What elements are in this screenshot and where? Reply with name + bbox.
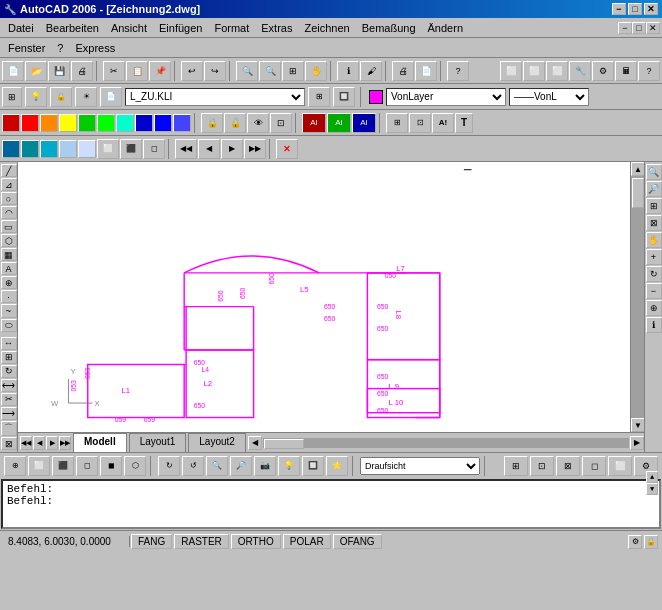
tab-nav-last[interactable]: ▶▶ (59, 436, 71, 450)
scroll-thumb-h[interactable] (264, 439, 304, 449)
tb-save[interactable]: 💾 (48, 61, 70, 81)
draw-spline[interactable]: ~ (1, 304, 17, 317)
layer-btn[interactable]: ⊞ (2, 87, 22, 107)
tb-calc[interactable]: 🖩 (615, 61, 637, 81)
status-ortho[interactable]: ORTHO (231, 534, 281, 549)
rt-zoom-all[interactable]: ⊠ (646, 215, 662, 231)
cb2-nav4[interactable]: ▶▶ (244, 139, 266, 159)
cb-scale2[interactable]: ⊡ (409, 113, 431, 133)
cb-scale[interactable]: ⊞ (386, 113, 408, 133)
tab-nav-first[interactable]: ◀◀ (20, 436, 32, 450)
tab-modell[interactable]: Modell (73, 433, 127, 452)
draw-circle[interactable]: ○ (1, 192, 17, 205)
layer-icon2[interactable]: 🔒 (50, 87, 72, 107)
rt-properties[interactable]: ℹ (646, 317, 662, 333)
draw-array[interactable]: ⊠ (1, 437, 17, 450)
cb-red1[interactable] (2, 114, 20, 132)
menu-datei[interactable]: Datei (2, 20, 40, 36)
bt-viewport-select[interactable]: Draufsicht (360, 457, 480, 475)
cb-match[interactable]: ⊡ (270, 113, 292, 133)
bt-orb2[interactable]: ↺ (182, 456, 204, 476)
status-lock[interactable]: 🔒 (644, 535, 658, 549)
drawing-canvas[interactable]: Y X W L1 053 053 059 059 (18, 162, 630, 432)
draw-pline[interactable]: ⊿ (1, 178, 17, 191)
rt-zoom-in[interactable]: 🔍 (646, 164, 662, 180)
menu-aendern[interactable]: Ändern (422, 20, 469, 36)
color-select[interactable]: VonLayer (386, 88, 506, 106)
bt-right2[interactable]: ⊡ (530, 456, 554, 476)
cb2-rect3[interactable]: ◻ (143, 139, 165, 159)
status-raster[interactable]: RASTER (174, 534, 229, 549)
rt-zoom-out[interactable]: 🔎 (646, 181, 662, 197)
layer-icon4[interactable]: 📄 (100, 87, 122, 107)
lineweight-select[interactable]: ——VonL (509, 88, 589, 106)
bt-right1[interactable]: ⊞ (504, 456, 528, 476)
tb-zoom-ext[interactable]: ⊞ (282, 61, 304, 81)
tb-copy[interactable]: 📋 (126, 61, 148, 81)
cb2-5[interactable] (78, 140, 96, 158)
tb-plot-prev[interactable]: 📄 (415, 61, 437, 81)
bt-3d5[interactable]: ⬡ (124, 456, 146, 476)
bt-pan1[interactable]: ⊕ (4, 456, 26, 476)
cb-text2[interactable]: T (455, 113, 473, 133)
draw-copy[interactable]: ⊞ (1, 351, 17, 364)
cb2-rect2[interactable]: ⬛ (120, 139, 142, 159)
tb-plot[interactable]: 🖨 (392, 61, 414, 81)
scroll-track-v[interactable] (631, 176, 644, 418)
tab-nav-next[interactable]: ▶ (46, 436, 58, 450)
tb-print[interactable]: 🖨 (71, 61, 93, 81)
draw-scale-tool[interactable]: ⟷ (1, 379, 17, 392)
color-swatch[interactable] (369, 90, 383, 104)
layer-icon3[interactable]: ☀ (75, 87, 97, 107)
draw-trim[interactable]: ✂ (1, 393, 17, 406)
tb-cut[interactable]: ✂ (103, 61, 125, 81)
tb-match[interactable]: 🖌 (360, 61, 382, 81)
scroll-right-button[interactable]: ▶ (630, 436, 644, 450)
scroll-up-button[interactable]: ▲ (631, 162, 644, 176)
tab-layout1[interactable]: Layout1 (129, 433, 187, 452)
draw-rotate[interactable]: ↻ (1, 365, 17, 378)
scroll-track-h[interactable] (263, 438, 629, 448)
cb2-4[interactable] (59, 140, 77, 158)
tb-redo[interactable]: ↪ (204, 61, 226, 81)
layer-icon6[interactable]: 🔲 (333, 87, 355, 107)
bt-3d1[interactable]: ⬜ (28, 456, 50, 476)
layer-icon1[interactable]: 💡 (25, 87, 47, 107)
tb-pan[interactable]: ✋ (305, 61, 327, 81)
cb2-1[interactable] (2, 140, 20, 158)
rt-snap[interactable]: ⊕ (646, 300, 662, 316)
cb-green2[interactable] (97, 114, 115, 132)
cb-lock[interactable]: 🔒 (201, 113, 223, 133)
rt-pan[interactable]: ✋ (646, 232, 662, 248)
tab-layout2[interactable]: Layout2 (188, 433, 246, 452)
layer-icon5[interactable]: ⊞ (308, 87, 330, 107)
bt-orb1[interactable]: ↻ (158, 456, 180, 476)
draw-fillet[interactable]: ⌒ (1, 421, 17, 436)
bt-zoom1[interactable]: 🔍 (206, 456, 228, 476)
tab-nav-prev[interactable]: ◀ (33, 436, 45, 450)
menu-extras[interactable]: Extras (255, 20, 298, 36)
cb2-nav2[interactable]: ◀ (198, 139, 220, 159)
inner-close-button[interactable]: ✕ (646, 22, 660, 34)
bt-right3[interactable]: ⊠ (556, 456, 580, 476)
menu-einfuegen[interactable]: Einfügen (153, 20, 208, 36)
menu-fenster[interactable]: Fenster (2, 40, 51, 56)
cb-yellow[interactable] (59, 114, 77, 132)
bt-3d2[interactable]: ⬛ (52, 456, 74, 476)
cb2-x[interactable]: ✕ (276, 139, 298, 159)
cb-orange[interactable] (40, 114, 58, 132)
bt-light[interactable]: 💡 (278, 456, 300, 476)
cb2-3[interactable] (40, 140, 58, 158)
tb-3d4[interactable]: 🔧 (569, 61, 591, 81)
cb-red2[interactable] (21, 114, 39, 132)
menu-zeichnen[interactable]: Zeichnen (298, 20, 355, 36)
status-settings[interactable]: ⚙ (628, 535, 642, 549)
bt-right4[interactable]: ◻ (582, 456, 606, 476)
menu-express[interactable]: Express (69, 40, 121, 56)
menu-ansicht[interactable]: Ansicht (105, 20, 153, 36)
cb-blue2[interactable] (154, 114, 172, 132)
layer-select[interactable]: L_ZU.KLI (125, 88, 305, 106)
close-button[interactable]: ✕ (644, 3, 658, 15)
tb-3d3[interactable]: ⬜ (546, 61, 568, 81)
draw-rect[interactable]: ▭ (1, 220, 17, 233)
